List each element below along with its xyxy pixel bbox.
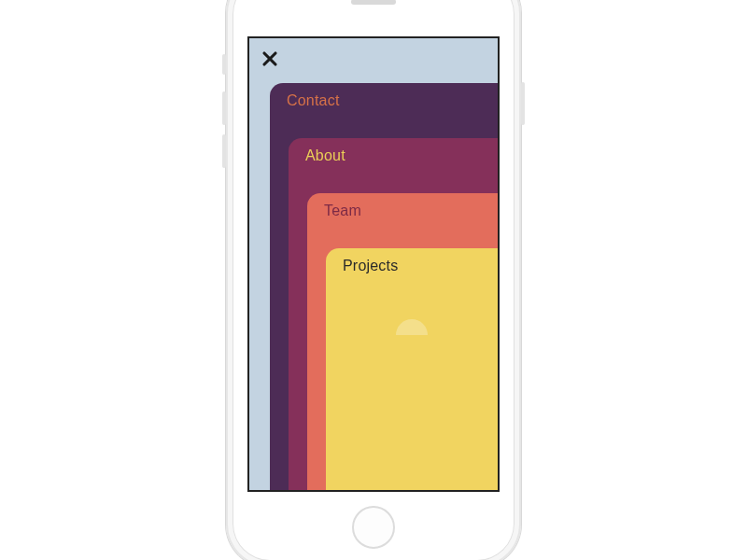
- nav-card-projects[interactable]: Projects: [326, 248, 498, 490]
- speaker-grille: [351, 0, 396, 5]
- phone-screen: Contact About Team Projects: [247, 36, 500, 492]
- power-button[interactable]: [521, 82, 525, 125]
- x-icon: [261, 50, 278, 67]
- phone-frame: Contact About Team Projects: [226, 0, 521, 560]
- volume-down-button[interactable]: [222, 134, 226, 168]
- home-button[interactable]: [352, 506, 395, 549]
- nav-card-label: Team: [324, 203, 361, 219]
- volume-up-button[interactable]: [222, 91, 226, 125]
- nav-card-label: About: [305, 147, 345, 164]
- phone-body: Contact About Team Projects: [233, 0, 514, 560]
- close-icon[interactable]: [257, 46, 283, 72]
- nav-card-label: Contact: [287, 92, 340, 109]
- nav-card-label: Projects: [343, 258, 398, 274]
- sun-icon: [396, 319, 428, 335]
- mute-switch[interactable]: [222, 54, 226, 75]
